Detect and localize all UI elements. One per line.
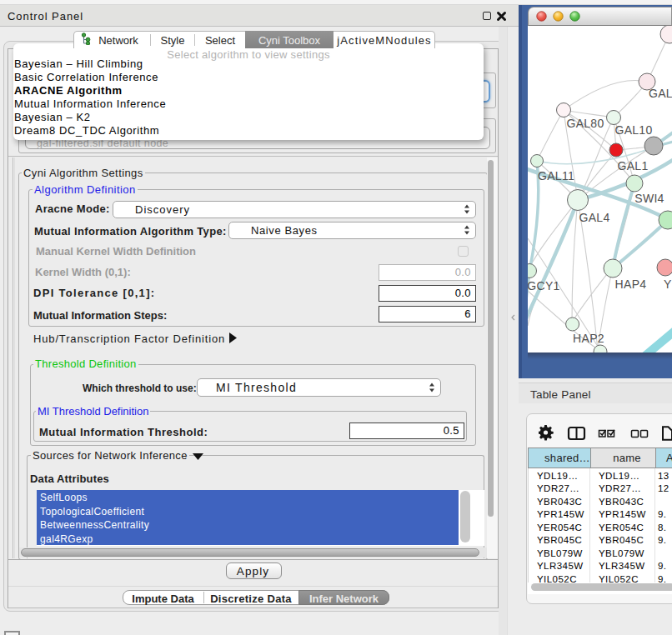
- svg-text:GAL4: GAL4: [579, 211, 610, 224]
- svg-text:HAP4: HAP4: [615, 278, 647, 291]
- svg-text:GAL10: GAL10: [614, 123, 652, 137]
- svg-text:GAL1: GAL1: [618, 159, 649, 172]
- svg-text:SWI4: SWI4: [634, 192, 664, 205]
- svg-text:HAP2: HAP2: [573, 332, 604, 345]
- svg-text:GAL80: GAL80: [566, 117, 604, 130]
- svg-text:YM: YM: [664, 278, 672, 291]
- svg-text:GAL11: GAL11: [538, 169, 574, 182]
- svg-text:GAL7: GAL7: [649, 87, 672, 100]
- svg-text:GCY1: GCY1: [528, 279, 560, 292]
